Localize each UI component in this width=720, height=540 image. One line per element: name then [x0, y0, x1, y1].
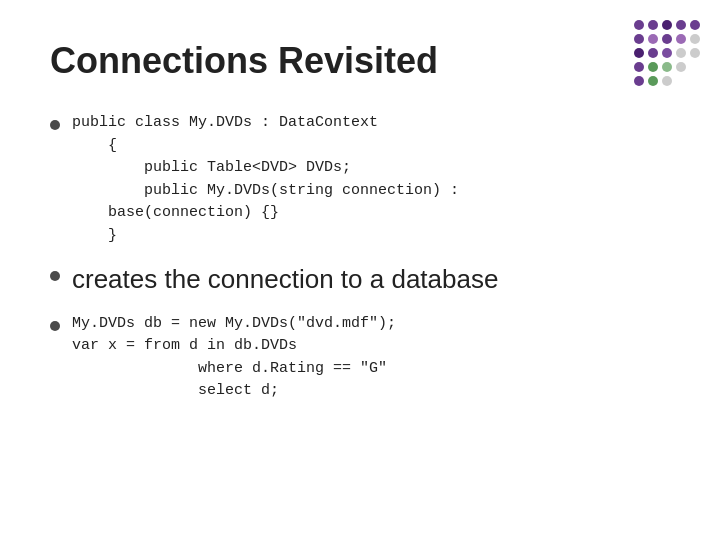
code-block-3: My.DVDs db = new My.DVDs("dvd.mdf"); var…	[72, 315, 396, 400]
content-area: public class My.DVDs : DataContext { pub…	[50, 112, 670, 403]
decorative-dots	[634, 20, 700, 86]
dot-20	[690, 62, 700, 72]
dot-7	[648, 34, 658, 44]
dot-15	[690, 48, 700, 58]
bullet-dot-3	[50, 321, 60, 331]
bullet-item-3: My.DVDs db = new My.DVDs("dvd.mdf"); var…	[50, 313, 670, 403]
code-block-1: public class My.DVDs : DataContext { pub…	[72, 114, 459, 244]
text-bullet-2: creates the connection to a database	[72, 264, 498, 294]
dot-18	[662, 62, 672, 72]
dot-14	[676, 48, 686, 58]
bullet-dot-1	[50, 120, 60, 130]
bullet-dot-2	[50, 271, 60, 281]
dot-10	[690, 34, 700, 44]
dot-17	[648, 62, 658, 72]
dot-19	[676, 62, 686, 72]
dot-23	[662, 76, 672, 86]
dot-8	[662, 34, 672, 44]
dot-21	[634, 76, 644, 86]
bullet-content-2: creates the connection to a database	[72, 263, 670, 297]
dot-25	[690, 76, 700, 86]
dot-5	[690, 20, 700, 30]
slide: Connections Revisited public class My.DV…	[0, 0, 720, 540]
dot-12	[648, 48, 658, 58]
bullet-item-2: creates the connection to a database	[50, 263, 670, 297]
dot-16	[634, 62, 644, 72]
dot-2	[648, 20, 658, 30]
bullet-content-1: public class My.DVDs : DataContext { pub…	[72, 112, 670, 247]
dot-11	[634, 48, 644, 58]
dot-24	[676, 76, 686, 86]
dot-9	[676, 34, 686, 44]
dot-13	[662, 48, 672, 58]
bullet-content-3: My.DVDs db = new My.DVDs("dvd.mdf"); var…	[72, 313, 670, 403]
dot-4	[676, 20, 686, 30]
dot-22	[648, 76, 658, 86]
bullet-item-1: public class My.DVDs : DataContext { pub…	[50, 112, 670, 247]
slide-title: Connections Revisited	[50, 40, 670, 82]
dot-6	[634, 34, 644, 44]
dot-3	[662, 20, 672, 30]
dot-1	[634, 20, 644, 30]
